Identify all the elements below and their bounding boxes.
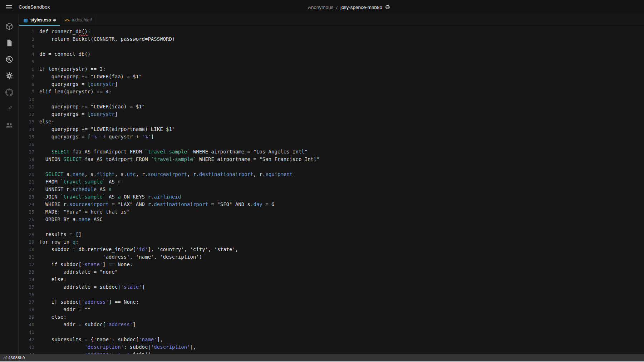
code-line-text[interactable]: queryargs = [querystr] [39, 80, 118, 88]
code-line-text[interactable]: ORDER BY a.name ASC [39, 216, 103, 223]
code-line[interactable]: 34 else: [19, 276, 644, 283]
code-line[interactable]: 14 queryprep += "LOWER(airportname) LIKE… [19, 126, 644, 133]
code-line-text[interactable]: if len(querystr) == 3: [39, 65, 105, 73]
code-line-text[interactable]: db = connect_db() [39, 50, 90, 58]
line-number: 27 [19, 223, 34, 231]
code-line[interactable]: 10 [19, 96, 644, 103]
code-line[interactable]: 7 queryprep += "LOWER(faa) = $1" [19, 73, 644, 80]
line-number: 40 [19, 321, 34, 328]
code-line[interactable]: 11 queryprep += "LOWER(icao) = $1" [19, 103, 644, 111]
code-line[interactable]: 40 addr = subdoc['address'] [19, 321, 644, 328]
code-line-text[interactable]: elif len(querystr) == 4: [39, 88, 112, 96]
code-line[interactable]: 20 SELECT a.name, s.flight, s.utc, r.sou… [19, 171, 644, 178]
code-line[interactable]: 15 queryargs = ['%' + querystr + '%'] [19, 133, 644, 141]
code-line-text[interactable]: addrstate = "none" [39, 268, 118, 276]
menu-hamburger-icon[interactable] [6, 5, 12, 9]
sidebar-item-settings-gear-icon[interactable] [0, 68, 19, 84]
tab-styles-css[interactable]: styles.css [19, 15, 60, 25]
code-line[interactable]: 35 addrstate = subdoc['state'] [19, 283, 644, 291]
sidebar-item-github-icon[interactable] [0, 84, 19, 101]
code-line[interactable]: 8 queryargs = [querystr] [19, 80, 644, 88]
sidebar-item-package-icon[interactable] [0, 18, 19, 35]
sidebar-item-search-icon[interactable] [0, 51, 19, 68]
sandbox-name[interactable]: jolly-spence-mnb8o [340, 5, 382, 10]
line-number: 2 [19, 35, 34, 43]
line-number: 21 [19, 178, 34, 186]
globe-icon[interactable] [385, 5, 390, 10]
code-line-text[interactable]: 'address', 'name', 'description') [39, 253, 202, 261]
code-line-text[interactable]: queryprep += "LOWER(faa) = $1" [39, 73, 142, 80]
code-line-text[interactable]: return Bucket(CONNSTR, password=PASSWORD… [39, 35, 175, 43]
code-line[interactable]: 28 results = [] [19, 231, 644, 238]
code-line-text[interactable]: FROM `travel-sample` AS r [39, 178, 121, 186]
code-line[interactable]: 2 return Bucket(CONNSTR, password=PASSWO… [19, 35, 644, 43]
code-editor[interactable]: 1def connect_db():2 return Bucket(CONNST… [19, 26, 644, 354]
code-line-text[interactable]: else: [39, 276, 67, 283]
code-line-text[interactable]: else: [39, 118, 54, 126]
code-line-text[interactable]: if subdoc['state'] == None: [39, 261, 133, 268]
code-line[interactable]: 39 else: [19, 313, 644, 321]
code-line[interactable]: 12 queryargs = [querystr] [19, 111, 644, 118]
sidebar-item-file-icon[interactable] [0, 35, 19, 51]
code-line[interactable]: 13else: [19, 118, 644, 126]
code-line[interactable]: 4db = connect_db() [19, 50, 644, 58]
tab-index-html[interactable]: <> index.html [60, 15, 96, 25]
code-line[interactable]: 37 if subdoc['address'] == None: [19, 298, 644, 306]
code-line-text[interactable]: 'description': subdoc['description'], [39, 343, 196, 351]
code-line-text[interactable]: else: [39, 313, 67, 321]
sidebar-item-rocket-deploy-icon[interactable] [0, 101, 19, 117]
code-line[interactable]: 33 addrstate = "none" [19, 268, 644, 276]
code-line-text[interactable]: addr = "" [39, 306, 90, 313]
code-line-text[interactable]: UNNEST r.schedule AS s [39, 186, 112, 193]
code-line[interactable]: 43 'description': subdoc['description'], [19, 343, 644, 351]
code-line-text[interactable]: SELECT faa AS fromAirport FROM `travel-s… [39, 148, 308, 156]
code-line-text[interactable]: queryargs = ['%' + querystr + '%'] [39, 133, 154, 141]
code-line-text[interactable]: def connect_db(): [39, 28, 90, 35]
code-line[interactable]: 5 [19, 58, 644, 65]
code-line[interactable]: 17 SELECT faa AS fromAirport FROM `trave… [19, 148, 644, 156]
code-line-text[interactable]: subdoc = db.retrieve_in(row['id'], 'coun… [39, 246, 238, 253]
code-line[interactable]: 29for row in q: [19, 238, 644, 246]
code-line-text[interactable]: subresults = {'name': subdoc['name'], [39, 336, 163, 343]
code-line-text[interactable]: queryargs = [querystr] [39, 111, 118, 118]
code-line[interactable]: 18 UNION SELECT faa AS toAirport FROM `t… [19, 156, 644, 163]
code-line[interactable]: 3 [19, 43, 644, 50]
code-line-text[interactable]: addrstate = subdoc['state'] [39, 283, 145, 291]
sidebar-item-live-collaboration-icon[interactable] [0, 117, 19, 133]
code-line[interactable]: 36 [19, 291, 644, 298]
code-line[interactable]: 42 subresults = {'name': subdoc['name'], [19, 336, 644, 343]
code-line[interactable]: 30 subdoc = db.retrieve_in(row['id'], 'c… [19, 246, 644, 253]
code-line[interactable]: 6if len(querystr) == 3: [19, 65, 644, 73]
code-line-text[interactable]: UNION SELECT faa AS toAirport FROM `trav… [39, 156, 320, 163]
code-line[interactable]: 26 ORDER BY a.name ASC [19, 216, 644, 223]
code-line-text[interactable]: addr = subdoc['address'] [39, 321, 136, 328]
code-line[interactable]: 22 UNNEST r.schedule AS s [19, 186, 644, 193]
code-line[interactable]: 44 'address': ', '.join(( [19, 351, 644, 354]
code-line[interactable]: 16 [19, 141, 644, 148]
code-line-text[interactable]: queryprep += "LOWER(icao) = $1" [39, 103, 145, 111]
code-line[interactable]: 1def connect_db(): [19, 28, 644, 35]
code-line[interactable]: 25 MADE: "Yura" = here that is" [19, 208, 644, 216]
line-number: 25 [19, 208, 34, 216]
code-line[interactable]: 9elif len(querystr) == 4: [19, 88, 644, 96]
code-line-text[interactable]: SELECT a.name, s.flight, s.utc, r.source… [39, 171, 292, 178]
unsaved-changes-dot[interactable] [53, 19, 56, 21]
code-line-text[interactable]: JOIN `travel-sample` AS a ON KEYS r.airl… [39, 193, 181, 201]
code-line-text[interactable]: for row in q: [39, 238, 79, 246]
code-line[interactable]: 32 if subdoc['state'] == None: [19, 261, 644, 268]
code-line-text[interactable]: results = [] [39, 231, 82, 238]
code-line-text[interactable]: WHERE r.sourceairport = "LAX" AND r.dest… [39, 201, 275, 208]
code-line[interactable]: 19 [19, 163, 644, 171]
code-line-text[interactable]: MADE: "Yura" = here that is" [39, 208, 130, 216]
code-line[interactable]: 21 FROM `travel-sample` AS r [19, 178, 644, 186]
code-line-text[interactable]: queryprep += "LOWER(airportname) LIKE $1… [39, 126, 175, 133]
code-line[interactable]: 38 addr = "" [19, 306, 644, 313]
code-line[interactable]: 31 'address', 'name', 'description') [19, 253, 644, 261]
code-line[interactable]: 23 JOIN `travel-sample` AS a ON KEYS r.a… [19, 193, 644, 201]
code-line[interactable]: 27 [19, 223, 644, 231]
code-line-text[interactable]: if subdoc['address'] == None: [39, 298, 139, 306]
line-number: 17 [19, 148, 34, 156]
code-line[interactable]: 41 [19, 328, 644, 336]
code-line[interactable]: 24 WHERE r.sourceairport = "LAX" AND r.d… [19, 201, 644, 208]
code-line-text[interactable]: 'address': ', '.join(( [39, 351, 151, 354]
